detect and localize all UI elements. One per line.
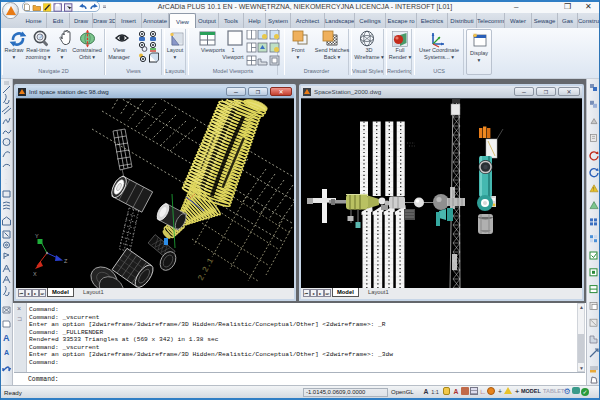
svg-text:X: X xyxy=(33,271,37,277)
svg-text:Y: Y xyxy=(35,233,39,239)
svg-text:A: A xyxy=(3,333,10,343)
svg-text:!: ! xyxy=(593,186,594,192)
svg-text:A: A xyxy=(4,349,9,356)
